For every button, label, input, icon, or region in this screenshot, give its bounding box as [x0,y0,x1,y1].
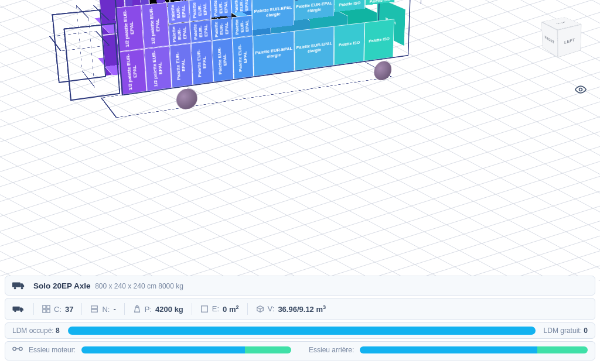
svg-rect-11 [91,306,98,308]
svg-point-6 [21,310,23,313]
axle-rear-bar [360,346,588,353]
volume-icon [256,305,264,313]
info-panel: Solo 20EP Axle 800 x 240 x 240 cm 8000 k… [5,276,595,363]
svg-rect-8 [47,305,50,308]
truck-small-icon [12,305,25,313]
truck-dimensions: 800 x 240 x 240 cm 8000 kg [95,282,183,290]
svg-point-3 [21,287,23,290]
metric-e-value: 0 m2 [223,304,238,314]
svg-point-16 [19,347,22,350]
truck-icon [12,281,25,290]
svg-point-2 [14,287,16,290]
svg-point-5 [14,310,16,313]
svg-rect-9 [43,310,46,313]
svg-rect-4 [13,307,20,311]
grid-icon [42,305,50,313]
svg-rect-1 [12,283,21,287]
orientation-cube[interactable]: TOP LEFT FRONT [543,18,582,57]
svg-rect-10 [47,310,50,313]
svg-rect-12 [91,310,98,312]
truck-wheel [374,60,392,82]
svg-point-0 [579,88,582,91]
ldm-row: LDM occupé: 8 LDM gratuit: 0 [5,322,595,339]
metric-e: E: 0 m2 [200,304,239,314]
metric-n: N: - [90,305,115,314]
ldm-free-label: LDM gratuit: 0 [544,327,588,335]
metric-v: V: 36.96/9.12 m3 [256,304,326,314]
area-icon [200,305,209,313]
svg-point-15 [13,347,16,350]
eye-icon [575,84,587,95]
ldm-bar [68,327,536,335]
cube-face-left[interactable]: LEFT [557,24,581,58]
viewport-3d[interactable]: TOP LEFT FRONT 1/2 palette EUR-EPAL1/2 p… [0,0,600,281]
axle-front-bar [81,346,291,353]
svg-point-13 [136,305,138,308]
metrics-row: C: 37 N: - P: 4200 kg E: 0 m2 V: 36.96/9… [5,298,595,320]
stack-icon [90,305,98,313]
truck-name: Solo 20EP Axle [33,281,91,290]
axle-rear: Essieu arrière: [309,346,588,354]
truck-header-row: Solo 20EP Axle 800 x 240 x 240 cm 8000 k… [5,276,595,296]
axle-icon [12,345,23,354]
metric-p: P: 4200 kg [133,305,183,314]
ldm-used-label: LDM occupé: 8 [12,327,60,335]
axle-front: Essieu moteur: [12,345,291,354]
metric-c: C: 37 [42,305,73,314]
weight-icon [133,305,141,313]
svg-rect-14 [202,306,208,313]
svg-rect-7 [43,305,46,308]
axle-row: Essieu moteur: Essieu arrière: [5,341,595,360]
visibility-toggle[interactable] [573,82,588,97]
metric-v-value: 36.96/9.12 m3 [278,304,326,314]
